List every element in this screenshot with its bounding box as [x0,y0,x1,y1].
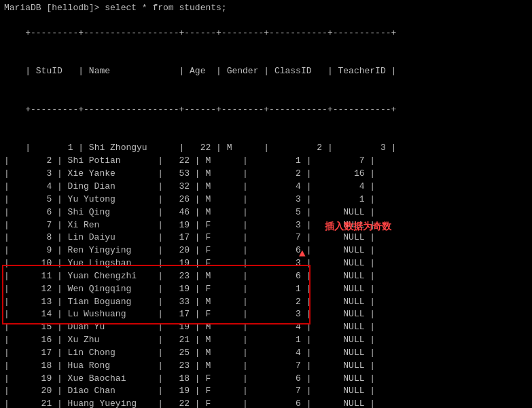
table-row: | 14 | Lu Wushuang | 17 | F | 3 | NULL | [4,309,375,319]
terminal: MariaDB [hellodb]> select * from student… [0,0,532,408]
table-row: | 4 | Ding Dian | 32 | M | 4 | 4 | [4,181,375,191]
table-row: | 18 | Hua Rong | 23 | M | 7 | NULL | [4,360,375,371]
table-content: +---------+------------------+------+---… [4,14,528,408]
table-header: | StuID | Name | Age | Gender | ClassID … [25,66,396,76]
table-rows: | 1 | Shi Zhongyu | 22 | M | 2 | 3 | | 2… [4,143,396,408]
table-row: | 10 | Yue Lingshan | 19 | F | 3 | NULL … [4,258,375,268]
table-row: | 16 | Xu Zhu | 21 | M | 1 | NULL | [4,335,375,345]
table-row: | 13 | Tian Boguang | 33 | M | 2 | NULL … [4,297,375,307]
arrow-icon: ▲ [299,248,306,260]
table-row: | 11 | Yuan Chengzhi | 23 | M | 6 | NULL… [4,271,375,281]
separator-header: +---------+------------------+------+---… [25,105,396,115]
table-row: | 7 | Xi Ren | 19 | F | 3 | NULL | [4,220,375,230]
command-line: MariaDB [hellodb]> select * from student… [4,3,528,13]
table-row: | 1 | Shi Zhongyu | 22 | M | 2 | 3 | [25,143,396,153]
table-row: | 2 | Shi Potian | 22 | M | 1 | 7 | [4,155,375,166]
table-row: | 19 | Xue Baochai | 18 | F | 6 | NULL | [4,373,375,384]
table-row: | 15 | Duan Yu | 19 | M | 4 | NULL | [4,322,375,332]
table-row: | 21 | Huang Yueying | 22 | F | 6 | NULL… [4,398,375,408]
separator-top: +---------+------------------+------+---… [25,28,396,38]
table-row: | 3 | Xie Yanke | 53 | M | 2 | 16 | [4,168,375,179]
table-row: | 8 | Lin Daiyu | 17 | F | 7 | NULL | [4,232,375,242]
table-row: | 20 | Diao Chan | 19 | F | 7 | NULL | [4,386,375,396]
table-row: | 12 | Wen Qingqing | 19 | F | 1 | NULL … [4,284,375,294]
annotation-text: 插入数据为奇数 [325,221,391,233]
table-row: | 17 | Lin Chong | 25 | M | 4 | NULL | [4,348,375,358]
table-row: | 9 | Ren Yingying | 20 | F | 6 | NULL | [4,245,375,255]
table-row: | 5 | Yu Yutong | 26 | M | 3 | 1 | [4,194,375,204]
table-row: | 6 | Shi Qing | 46 | M | 5 | NULL | [4,207,375,217]
